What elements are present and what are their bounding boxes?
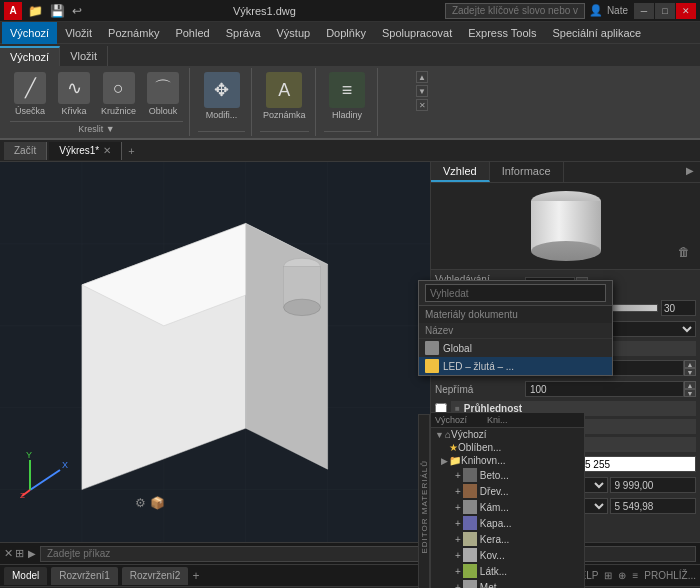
- menu-item-poznamky[interactable]: Poznámky: [100, 22, 167, 44]
- title-search-input[interactable]: [445, 3, 585, 19]
- cylinder-bottom: [531, 241, 601, 261]
- cmd-config-icon[interactable]: ⊞: [15, 547, 24, 560]
- dropdown-col-header: Název: [419, 323, 612, 339]
- status-tab-rozvrz2[interactable]: Rozvržení2: [122, 567, 189, 585]
- prop-input-teplota-num[interactable]: [610, 498, 697, 514]
- tree-item-vychozi[interactable]: ▼ ⌂ Výchozí: [431, 428, 584, 441]
- poznamka-label: Poznámka: [263, 110, 306, 120]
- tree-item-kapa[interactable]: +Kapa...: [431, 515, 584, 531]
- ribbon-tab-vychozi[interactable]: Výchozí: [0, 46, 60, 66]
- tree-item-drev[interactable]: +Dřev...: [431, 483, 584, 499]
- status-tab-rozvrz1[interactable]: Rozvržení1: [51, 567, 118, 585]
- close-button[interactable]: ✕: [676, 3, 696, 19]
- group-kreslit-label[interactable]: Kreslit ▼: [10, 121, 183, 134]
- menu-item-vychozi[interactable]: Výchozí: [2, 22, 57, 44]
- spin-up-prima[interactable]: ▲: [684, 360, 696, 368]
- menu-item-pohled[interactable]: Pohled: [167, 22, 217, 44]
- tree-item-beto[interactable]: +Beto...: [431, 467, 584, 483]
- doc-tab-start-label: Začít: [14, 145, 36, 156]
- doc-tab-add-button[interactable]: +: [124, 143, 138, 159]
- hladiny-button[interactable]: ≡ Hladiny: [326, 70, 368, 122]
- tree-label-latk: Látk...: [480, 566, 507, 577]
- tree-item-kam[interactable]: +Kám...: [431, 499, 584, 515]
- modifi-icon: ✥: [204, 72, 240, 108]
- tree-item-knihovna[interactable]: ▶ 📁 Knihovn...: [431, 454, 584, 467]
- tree-item-kov[interactable]: +Kov...: [431, 547, 584, 563]
- menu-item-vystup[interactable]: Výstup: [269, 22, 319, 44]
- menu-item-spolupracovat[interactable]: Spolupracovat: [374, 22, 460, 44]
- hladiny-tools: ≡ Hladiny: [326, 70, 368, 131]
- tree-icon-plus-met: +: [455, 582, 461, 589]
- doc-tab-start[interactable]: Začít: [4, 142, 47, 160]
- tree-icon-plus-drev: +: [455, 486, 461, 497]
- prop-input-svetelnost-num[interactable]: [610, 477, 697, 493]
- modifi-button[interactable]: ✥ Modifi...: [201, 70, 243, 122]
- cmd-input[interactable]: [40, 546, 696, 562]
- open-icon[interactable]: 📁: [26, 3, 45, 19]
- save-icon[interactable]: 💾: [48, 3, 67, 19]
- modify-tools: ✥ Modifi...: [201, 70, 243, 131]
- user-name: Nate: [607, 5, 628, 16]
- viewport-icon-1[interactable]: ⚙: [135, 496, 146, 510]
- undo-icon[interactable]: ↩: [70, 3, 84, 19]
- svg-text:X: X: [62, 460, 68, 470]
- svg-line-15: [30, 470, 60, 490]
- spin-btns-nepriama: ▲ ▼: [684, 381, 696, 397]
- grid-icon[interactable]: ⊞: [604, 570, 612, 581]
- krivka-button[interactable]: ∿ Křivka: [54, 70, 94, 118]
- tree-item-latk[interactable]: +Látk...: [431, 563, 584, 579]
- doc-tab-vykres[interactable]: Výkres1* ✕: [49, 142, 122, 160]
- panel-tab-vzhled[interactable]: Vzhled: [431, 162, 490, 182]
- doc-tab-close-icon[interactable]: ✕: [103, 145, 111, 156]
- menu-item-express[interactable]: Express Tools: [460, 22, 544, 44]
- kruznice-button[interactable]: ○ Kružnice: [98, 70, 139, 118]
- panel-tab-informace[interactable]: Informace: [490, 162, 564, 182]
- ribbon-expand-btn[interactable]: ▲: [416, 71, 428, 83]
- svg-marker-11: [246, 223, 328, 469]
- panel-scroll-right[interactable]: ▶: [680, 162, 700, 182]
- prop-row-nepriama: Nepřímá ▲ ▼: [435, 380, 696, 398]
- osnap-icon[interactable]: ⊕: [618, 570, 626, 581]
- tree-icon-plus-kam: +: [455, 502, 461, 513]
- spin-down-nepriama[interactable]: ▼: [684, 389, 696, 397]
- menu-item-vlozit[interactable]: Vložit: [57, 22, 100, 44]
- status-tab-add-button[interactable]: +: [192, 569, 199, 583]
- ribbon-group-hladiny: ≡ Hladiny: [318, 68, 378, 136]
- group-poznamka-label: [260, 131, 309, 134]
- status-more-icon[interactable]: ≡: [632, 570, 638, 581]
- tree-icon-plus-kera: +: [455, 534, 461, 545]
- tree-item-obliben[interactable]: ★ Oblíben...: [431, 441, 584, 454]
- oblouk-button[interactable]: ⌒ Oblouk: [143, 70, 183, 118]
- user-icon[interactable]: 👤: [589, 4, 603, 17]
- ribbon-group-kreslit: ╱ Úsečka ∿ Křivka ○ Kružnice ⌒ Oblouk Kr…: [4, 68, 190, 136]
- spin-up-nepriama[interactable]: ▲: [684, 381, 696, 389]
- lesklost-input[interactable]: [661, 300, 696, 316]
- maximize-button[interactable]: □: [655, 3, 675, 19]
- cmd-arrow-icon: ▶: [28, 548, 36, 559]
- svg-text:Y: Y: [26, 450, 32, 460]
- dropdown-search-input[interactable]: [425, 284, 606, 302]
- viewport-icon-2[interactable]: 📦: [150, 496, 165, 510]
- ribbon-tab-vlozit[interactable]: Vložit: [60, 46, 108, 66]
- dropdown-item-global[interactable]: Global: [419, 339, 612, 357]
- prop-input-nepriama[interactable]: [525, 381, 684, 397]
- viewport[interactable]: [-][Uživatelský pohled][Realistický]: [0, 162, 430, 542]
- menu-item-doplnky[interactable]: Doplňky: [318, 22, 374, 44]
- poznamka-button[interactable]: A Poznámka: [260, 70, 309, 122]
- ribbon-pin-btn[interactable]: ✕: [416, 99, 428, 111]
- draw-tools: ╱ Úsečka ∿ Křivka ○ Kružnice ⌒ Oblouk: [10, 70, 183, 121]
- cmd-close-icon[interactable]: ✕: [4, 547, 13, 560]
- status-tab-model[interactable]: Model: [4, 567, 47, 585]
- modifi-label: Modifi...: [206, 110, 238, 120]
- preview-delete-button[interactable]: 🗑: [678, 245, 690, 259]
- menu-item-sprava[interactable]: Správa: [218, 22, 269, 44]
- ribbon-collapse-btn[interactable]: ▼: [416, 85, 428, 97]
- usecka-icon: ╱: [14, 72, 46, 104]
- menu-item-specialni[interactable]: Speciální aplikace: [545, 22, 650, 44]
- tree-item-kera[interactable]: +Kera...: [431, 531, 584, 547]
- dropdown-item-led[interactable]: LED – žlutá – ...: [419, 357, 612, 375]
- usecka-button[interactable]: ╱ Úsečka: [10, 70, 50, 118]
- tree-item-met[interactable]: +Met...: [431, 579, 584, 588]
- minimize-button[interactable]: ─: [634, 3, 654, 19]
- spin-down-prima[interactable]: ▼: [684, 368, 696, 376]
